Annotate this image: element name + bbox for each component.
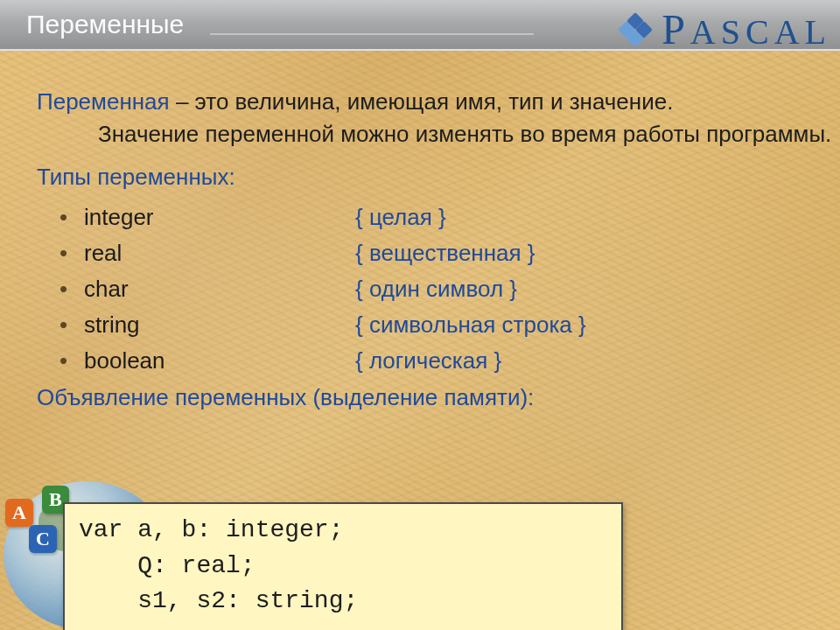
- header-divider: [210, 33, 534, 35]
- brand-text: PASCAL: [662, 5, 831, 53]
- type-name: char: [84, 271, 355, 307]
- code-line: Q: real;: [79, 552, 256, 579]
- type-name: real: [84, 235, 355, 271]
- definition-line1: – это величина, имеющая имя, тип и значе…: [170, 88, 674, 115]
- list-item: char{ один символ }: [60, 271, 840, 307]
- types-heading: Типы переменных:: [37, 164, 840, 191]
- list-item: integer{ целая }: [60, 200, 840, 235]
- definition-line2: Значение переменной можно изменять во вр…: [98, 120, 840, 149]
- declaration-heading: Объявление переменных (выделение памяти)…: [37, 384, 840, 411]
- type-name: boolean: [84, 343, 355, 379]
- types-list: integer{ целая } real{ вещественная } ch…: [60, 200, 840, 379]
- slide: Переменные PASCAL Переменная – это велич…: [0, 0, 840, 630]
- header-bar: Переменные PASCAL: [0, 0, 840, 51]
- tag-a: A: [5, 499, 33, 527]
- type-desc: { один символ }: [355, 271, 517, 307]
- type-desc: { вещественная }: [355, 235, 536, 271]
- type-desc: { логическая }: [355, 343, 501, 379]
- list-item: string{ символьная строка }: [60, 307, 840, 343]
- slide-body: Переменная – это величина, имеющая имя, …: [37, 88, 840, 422]
- code-line: var a, b: integer;: [79, 516, 343, 543]
- definition-paragraph: Переменная – это величина, имеющая имя, …: [37, 88, 840, 148]
- type-desc: { символьная строка }: [355, 307, 586, 343]
- type-name: integer: [84, 200, 355, 235]
- type-name: string: [84, 307, 355, 343]
- list-item: real{ вещественная }: [60, 235, 840, 271]
- tag-c: C: [29, 525, 57, 553]
- brand-icon: [618, 12, 653, 47]
- code-line: s1, s2: string;: [79, 587, 358, 614]
- term: Переменная: [37, 88, 170, 115]
- list-item: boolean{ логическая }: [60, 343, 840, 379]
- brand: PASCAL: [618, 5, 831, 53]
- code-box: var a, b: integer; Q: real; s1, s2: stri…: [63, 502, 623, 630]
- type-desc: { целая }: [355, 200, 446, 235]
